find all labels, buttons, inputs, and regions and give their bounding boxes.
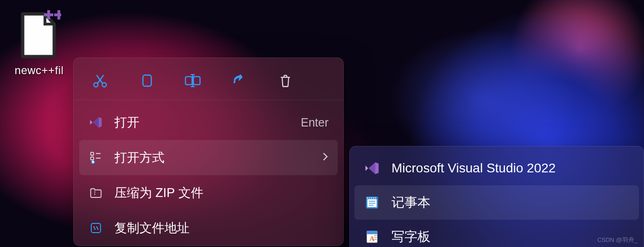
copy-button[interactable]	[136, 70, 157, 91]
menu-item-compress-zip[interactable]: 压缩为 ZIP 文件	[79, 175, 338, 210]
svg-rect-9	[91, 152, 94, 155]
svg-rect-3	[54, 13, 61, 16]
watermark: CSDN @羽舟_	[597, 236, 638, 244]
svg-rect-1	[44, 13, 53, 16]
cpp-file-icon	[17, 10, 61, 60]
delete-button[interactable]	[275, 70, 296, 91]
svg-rect-6	[143, 75, 152, 86]
desktop-file-label: newc++fil	[6, 64, 73, 77]
zip-icon	[88, 185, 103, 200]
submenu-item-label: 写字板	[391, 228, 630, 246]
rename-button[interactable]	[182, 70, 203, 91]
submenu-item-notepad[interactable]: 记事本	[354, 185, 639, 220]
context-menu-top-actions	[79, 63, 338, 100]
svg-rect-8	[193, 76, 200, 84]
menu-item-label: 压缩为 ZIP 文件	[114, 184, 328, 201]
svg-rect-16	[367, 231, 378, 234]
submenu-item-label: 记事本	[391, 194, 630, 211]
notepad-icon	[364, 194, 380, 211]
menu-item-label: 打开方式	[114, 149, 322, 166]
openwith-icon	[88, 150, 103, 165]
context-menu: 打开 Enter 打开方式	[73, 57, 344, 246]
submenu-item-wordpad[interactable]: A 写字板	[354, 220, 639, 247]
context-menu-items: 打开 Enter 打开方式	[79, 100, 338, 246]
open-with-submenu: Microsoft Visual Studio 2022 记事本 A 写字板	[349, 146, 644, 247]
desktop-file-icon[interactable]: newc++fil	[6, 10, 73, 77]
svg-point-5	[102, 83, 107, 87]
svg-rect-7	[185, 76, 192, 84]
menu-item-copy-path[interactable]: 复制文件地址	[79, 210, 338, 246]
submenu-item-label: Microsoft Visual Studio 2022	[391, 161, 630, 176]
svg-point-4	[94, 83, 98, 87]
share-button[interactable]	[228, 70, 250, 91]
vs-icon	[364, 160, 380, 177]
chevron-right-icon	[322, 152, 328, 164]
wordpad-icon: A	[364, 228, 380, 245]
submenu-item-visual-studio[interactable]: Microsoft Visual Studio 2022	[354, 151, 639, 185]
svg-rect-10	[91, 157, 94, 160]
cut-button[interactable]	[89, 70, 111, 91]
menu-item-open-with[interactable]: 打开方式	[79, 140, 338, 175]
menu-item-open[interactable]: 打开 Enter	[79, 105, 338, 140]
svg-rect-12	[91, 223, 101, 233]
menu-item-label: 打开	[114, 114, 301, 131]
vs-icon	[88, 115, 103, 130]
menu-shortcut: Enter	[301, 116, 328, 129]
copypath-icon	[88, 221, 103, 235]
menu-item-label: 复制文件地址	[114, 220, 328, 236]
